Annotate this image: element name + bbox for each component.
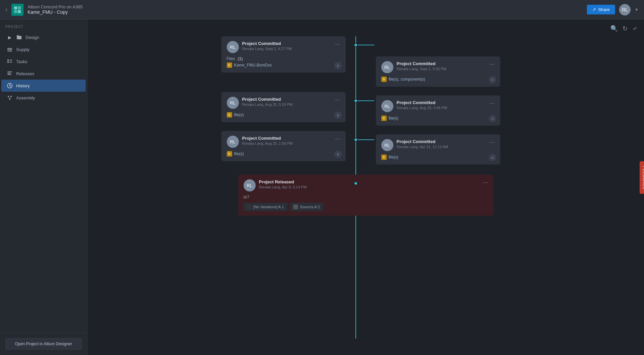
file-icon-lc2: B	[227, 112, 232, 118]
timeline-area: RL Project Committed Renata Lang, Sept 2…	[87, 19, 644, 355]
right-col-3: RL Project Committed Renata Lang, Apr 21…	[356, 131, 644, 165]
commit-menu-released[interactable]: ⋯	[483, 179, 488, 186]
avatar-rc1: RL	[381, 61, 393, 73]
refresh-icon[interactable]: ↻	[622, 25, 628, 32]
commit-title-lc3: Project Committed	[242, 136, 332, 141]
card-header-released: RL Project Released Renata Lang, Apr 8, …	[244, 179, 488, 191]
expand-btn-lc1[interactable]: ∧	[334, 62, 342, 69]
expand-btn-rc1[interactable]: ∨	[489, 76, 496, 83]
history-icon	[7, 83, 13, 89]
files-count-lc1: (1)	[238, 56, 243, 61]
file-row-lc1: B Kame_FMU.BomDoc	[227, 62, 340, 68]
svg-rect-1	[18, 6, 21, 9]
card-header-lc3: RL Project Committed Renata Lang, Aug 25…	[227, 136, 340, 148]
svg-rect-9	[9, 60, 12, 60]
commit-menu-rc1[interactable]: ⋯	[489, 61, 495, 68]
tasks-icon	[7, 58, 13, 64]
commit-menu-lc1[interactable]: ⋯	[335, 41, 340, 47]
card-header: RL Project Committed Renata Lang, Sept 2…	[227, 41, 340, 53]
card-header-rc3: RL Project Committed Renata Lang, Apr 21…	[381, 139, 495, 151]
timeline-dot-3	[354, 138, 358, 142]
released-tag: dr7	[244, 195, 488, 199]
file-row-rc3: B file(s)	[381, 154, 495, 160]
timeline-dot-2	[354, 99, 358, 103]
share-button[interactable]: ↗ Share	[587, 5, 615, 14]
commit-subtitle-lc3: Renata Lang, Aug 25, 1:58 PM	[242, 141, 332, 145]
avatar-lc2: RL	[227, 97, 239, 109]
timeline-dot-1	[354, 43, 358, 47]
files-label-lc1: Files	[227, 56, 235, 61]
expand-btn-rc2[interactable]: ∨	[489, 115, 496, 122]
file-name-lc2: file(s)	[234, 113, 244, 117]
search-icon[interactable]: 🔍	[610, 25, 618, 32]
sidebar-item-history[interactable]: History	[1, 80, 86, 92]
badge-label-sources: Sources A.2	[300, 205, 320, 209]
expand-btn-rc3[interactable]: ∨	[489, 154, 496, 161]
back-button[interactable]: ‹	[5, 6, 7, 13]
svg-line-19	[10, 96, 11, 99]
header-actions: ↗ Share RL ▼	[587, 4, 639, 15]
card-header-lc2: RL Project Committed Renata Lang, Aug 25…	[227, 97, 340, 109]
left-col-1: RL Project Committed Renata Lang, Sept 2…	[87, 36, 356, 73]
commit-menu-rc3[interactable]: ⋯	[489, 139, 495, 145]
user-menu-chevron[interactable]: ▼	[635, 7, 639, 12]
file-row-lc2: B file(s)	[227, 112, 340, 118]
expand-btn-lc2[interactable]: ∨	[334, 112, 342, 119]
commit-info-released: Project Released Renata Lang, Apr 8, 5:1…	[259, 179, 479, 189]
svg-rect-12	[7, 73, 11, 74]
feedback-tab[interactable]: FEEDBACK	[640, 161, 644, 194]
file-icon-rc1: B	[381, 77, 387, 82]
folder-icon	[16, 34, 22, 40]
released-col: RL Project Released Renata Lang, Apr 8, …	[87, 175, 644, 216]
commit-info-rc1: Project Committed Renata Lang, Sept 1, 5…	[397, 61, 486, 71]
commit-files-lc1: Files (1)	[227, 56, 340, 61]
main-toolbar: 🔍 ↻ ⤶	[610, 25, 637, 32]
sidebar-item-supply[interactable]: Supply	[1, 43, 86, 55]
badge-square-dark	[247, 205, 252, 209]
avatar-rc3: RL	[381, 139, 393, 151]
commit-subtitle-rc1: Renata Lang, Sept 1, 5:56 PM	[397, 67, 486, 71]
sidebar-item-tasks[interactable]: Tasks	[1, 55, 86, 68]
commit-card-rc1: RL Project Committed Renata Lang, Sept 1…	[376, 56, 500, 87]
badge-no-variations[interactable]: [No Variations] A.1	[244, 203, 287, 211]
chevron-right-icon: ▶	[7, 34, 13, 40]
svg-rect-0	[14, 6, 17, 9]
user-avatar[interactable]: RL	[619, 4, 631, 15]
commit-menu-lc3[interactable]: ⋯	[335, 136, 340, 142]
svg-rect-2	[14, 10, 17, 13]
svg-rect-3	[18, 10, 21, 13]
timeline-row-2: RL Project Committed Renata Lang, Aug 25…	[87, 92, 644, 126]
svg-line-18	[8, 96, 10, 99]
commit-title-rc3: Project Committed	[397, 139, 486, 144]
card-header-rc1: RL Project Committed Renata Lang, Sept 1…	[381, 61, 495, 73]
app-logo	[11, 4, 24, 16]
file-name-rc3: file(s)	[389, 155, 398, 160]
share-icon: ↗	[592, 7, 596, 12]
sidebar-label-supply: Supply	[16, 47, 30, 52]
file-name-lc3: file(s)	[234, 151, 244, 156]
sidebar-item-design[interactable]: ▶ Design	[1, 31, 86, 43]
commit-info-rc3: Project Committed Renata Lang, Apr 21, 1…	[397, 139, 486, 149]
commit-menu-lc2[interactable]: ⋯	[335, 97, 340, 103]
badge-sources[interactable]: Sources A.2	[290, 203, 323, 211]
fullscreen-icon[interactable]: ⤶	[632, 25, 637, 32]
sidebar-item-releases[interactable]: Releases	[1, 68, 86, 80]
connector-1	[356, 45, 374, 45]
file-row-rc1: B file(s), component(s)	[381, 77, 495, 82]
file-icon-lc3: B	[227, 151, 232, 157]
sidebar: PROJECT ▶ Design Supply Tasks Releases	[0, 19, 87, 355]
sidebar-label-tasks: Tasks	[16, 59, 27, 64]
commit-title-lc2: Project Committed	[242, 97, 332, 102]
file-name-lc1: Kame_FMU.BomDoc	[234, 63, 272, 68]
sidebar-item-assembly[interactable]: Assembly	[1, 92, 86, 104]
commit-title-lc1: Project Committed	[242, 41, 332, 46]
file-name-rc1: file(s), component(s)	[389, 77, 425, 82]
open-altium-button[interactable]: Open Project in Altium Designer	[5, 338, 82, 350]
timeline-row-released: RL Project Released Renata Lang, Apr 8, …	[87, 175, 644, 216]
svg-rect-8	[7, 61, 9, 63]
expand-btn-lc3[interactable]: ∨	[334, 150, 342, 158]
commit-menu-rc2[interactable]: ⋯	[489, 100, 495, 106]
sidebar-label-assembly: Assembly	[16, 95, 35, 100]
assembly-icon	[7, 95, 13, 101]
releases-icon	[7, 71, 13, 77]
